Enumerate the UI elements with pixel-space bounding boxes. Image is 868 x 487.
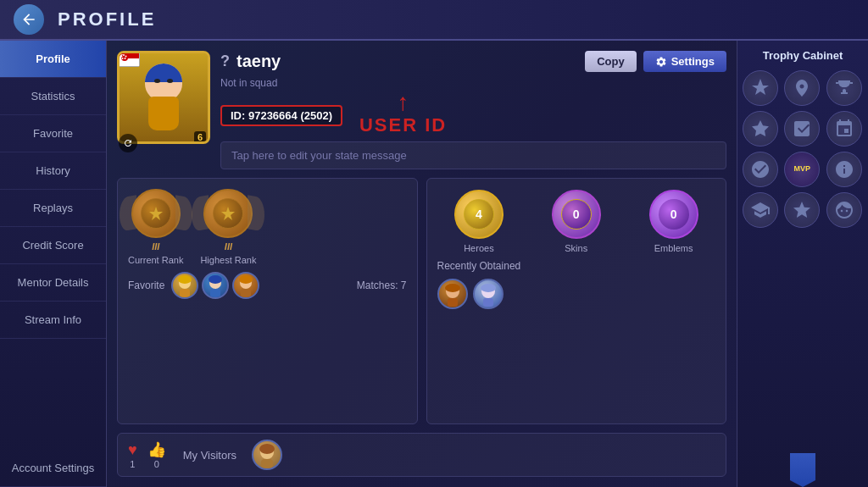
sidebar-item-replays[interactable]: Replays xyxy=(0,190,106,227)
trophy-slot-6[interactable] xyxy=(826,111,862,147)
sidebar-item-stream-info[interactable]: Stream Info xyxy=(0,302,106,339)
fav-hero-2 xyxy=(202,272,229,299)
page-title: PROFILE xyxy=(58,8,156,30)
emblems-label: Emblems xyxy=(654,243,693,253)
userid-annotation: ↑ USER ID xyxy=(359,94,447,136)
gear-icon xyxy=(655,56,667,68)
trophy-grid: MVP xyxy=(743,70,863,228)
profile-top-row: 6 ? taeny Copy Settings xyxy=(117,51,726,169)
userid-label: USER ID xyxy=(359,114,447,136)
heroes-label: Heroes xyxy=(464,243,493,253)
thumb-item: 👍 0 xyxy=(147,440,166,469)
back-button[interactable] xyxy=(14,4,44,35)
svg-rect-24 xyxy=(483,298,493,307)
svg-point-7 xyxy=(122,58,124,59)
trophy-banner xyxy=(790,453,815,487)
svg-point-19 xyxy=(239,275,253,284)
thumb-count: 0 xyxy=(154,459,159,469)
avatar-box: 6 xyxy=(117,51,210,152)
profile-id-box: ID: 97236664 (2502) xyxy=(220,105,342,126)
sidebar-item-history[interactable]: History xyxy=(0,152,106,190)
trophy-slot-9[interactable] xyxy=(826,152,862,187)
emblems-stat-item: 0 Emblems xyxy=(648,189,699,253)
rank-row: III Current Rank xyxy=(128,189,407,265)
avatar-flag xyxy=(117,51,140,67)
favorite-label: Favorite xyxy=(128,279,164,291)
favorite-avatars xyxy=(171,272,259,299)
profile-name-row: ? taeny Copy Settings xyxy=(220,51,726,72)
svg-rect-18 xyxy=(241,289,251,297)
matches-info: Matches: 7 xyxy=(357,279,407,291)
svg-rect-12 xyxy=(180,289,190,297)
sidebar: Profile Statistics Favorite History Repl… xyxy=(0,41,107,487)
hero-stats-row: 4 Heroes 0 Skins xyxy=(437,189,716,253)
highest-rank-tier: III xyxy=(225,241,232,252)
favorite-row: Favorite xyxy=(128,272,407,299)
sidebar-item-account-settings[interactable]: Account Settings xyxy=(0,450,106,487)
visitors-label: My Visitors xyxy=(183,449,236,462)
sidebar-item-profile[interactable]: Profile xyxy=(0,41,106,78)
svg-marker-10 xyxy=(221,207,235,220)
heart-item: ♥ 1 xyxy=(128,441,137,469)
skins-stat-item: 0 Skins xyxy=(551,189,602,253)
fav-hero-1 xyxy=(171,272,198,299)
trophy-slot-3[interactable] xyxy=(826,70,862,106)
trophy-cabinet-title: Trophy Cabinet xyxy=(763,49,843,62)
sidebar-item-credit-score[interactable]: Credit Score xyxy=(0,227,106,264)
current-rank-tier: III xyxy=(152,241,159,252)
svg-marker-9 xyxy=(149,207,163,220)
settings-button[interactable]: Settings xyxy=(643,51,726,72)
skins-badge: 0 xyxy=(551,189,602,240)
sidebar-item-statistics[interactable]: Statistics xyxy=(0,78,106,115)
svg-point-28 xyxy=(259,444,275,454)
chibi-character xyxy=(134,59,193,136)
highest-rank-badge xyxy=(203,189,253,238)
svg-rect-27 xyxy=(261,459,273,468)
sidebar-item-mentor-details[interactable]: Mentor Details xyxy=(0,264,106,302)
current-rank-item: III Current Rank xyxy=(128,189,183,265)
trophy-slot-7[interactable] xyxy=(743,152,778,187)
trophy-slot-12[interactable] xyxy=(826,192,862,228)
bottom-bar: ♥ 1 👍 0 My Visitors xyxy=(117,433,726,477)
profile-id-row: ID: 97236664 (2502) ↑ USER ID xyxy=(220,94,726,136)
trophy-slot-4[interactable] xyxy=(743,111,778,147)
trophy-slot-1[interactable] xyxy=(743,70,778,106)
emblems-badge: 0 xyxy=(648,189,699,240)
svg-rect-21 xyxy=(448,298,458,307)
trophy-slot-8[interactable]: MVP xyxy=(784,152,820,187)
svg-point-4 xyxy=(123,54,125,56)
heart-count: 1 xyxy=(130,459,135,469)
left-stats-panel: III Current Rank xyxy=(117,178,418,424)
svg-point-13 xyxy=(178,275,192,284)
heroes-badge: 4 xyxy=(453,189,504,240)
main-layout: Profile Statistics Favorite History Repl… xyxy=(0,41,868,487)
sidebar-item-favorite[interactable]: Favorite xyxy=(0,115,106,152)
recent-hero-1 xyxy=(437,279,468,309)
trophy-slot-11[interactable] xyxy=(784,192,820,228)
fav-hero-3 xyxy=(232,272,259,299)
copy-button[interactable]: Copy xyxy=(585,51,637,72)
trophy-cabinet: Trophy Cabinet xyxy=(737,41,868,487)
avatar-refresh-button[interactable] xyxy=(119,134,137,152)
current-rank-badge xyxy=(131,189,181,238)
recently-obtained-label: Recently Obtained xyxy=(437,260,716,272)
trophy-slot-10[interactable] xyxy=(743,192,778,228)
svg-rect-15 xyxy=(210,289,220,297)
current-rank-label: Current Rank xyxy=(128,255,183,265)
svg-point-22 xyxy=(445,284,460,292)
highest-rank-item: III Highest Rank xyxy=(200,189,256,265)
trophy-slot-5[interactable] xyxy=(784,111,820,147)
highest-rank-label: Highest Rank xyxy=(200,255,256,265)
svg-point-5 xyxy=(125,56,127,58)
right-stats-panel: 4 Heroes 0 Skins xyxy=(426,178,727,424)
content-area: 6 ? taeny Copy Settings xyxy=(107,41,737,487)
state-message-input[interactable]: Tap here to edit your state message xyxy=(220,141,726,169)
skins-label: Skins xyxy=(565,243,587,253)
trophy-slot-2[interactable] xyxy=(784,70,820,106)
svg-point-8 xyxy=(121,56,123,58)
recently-obtained-row xyxy=(437,279,716,309)
heroes-stat-item: 4 Heroes xyxy=(453,189,504,253)
svg-point-25 xyxy=(481,284,496,292)
avatar-frame: 6 xyxy=(117,51,210,144)
stats-section: III Current Rank xyxy=(117,178,726,424)
